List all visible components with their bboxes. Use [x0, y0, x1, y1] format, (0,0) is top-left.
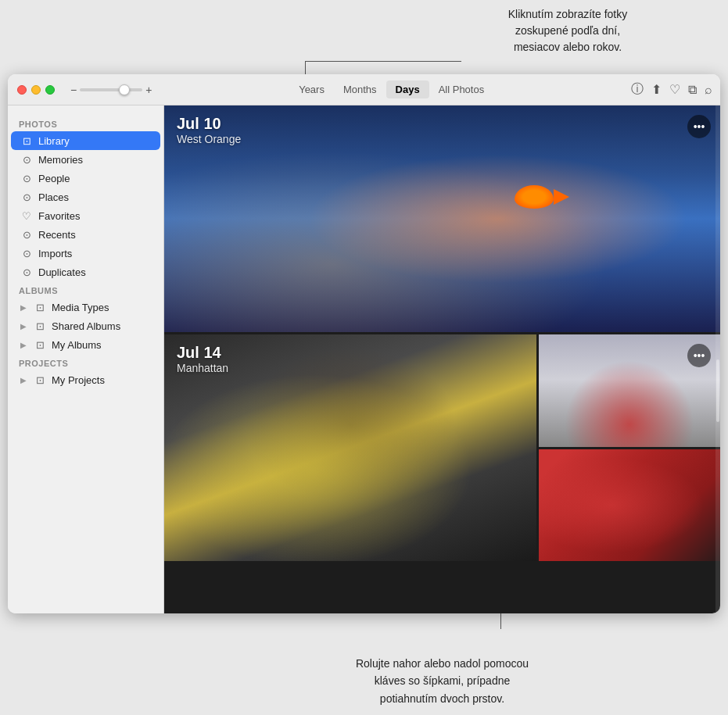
photo-group-2: Jul 14 Manhattan •••: [164, 334, 720, 561]
sidebar-item-my-projects-label: My Projects: [52, 374, 105, 386]
chevron-icon: ▶: [20, 303, 27, 312]
callout-top-annotation: Kliknutím zobrazíte fotky zoskupené podľ…: [454, 0, 681, 55]
sidebar-item-shared-albums-label: Shared Albums: [52, 320, 120, 332]
fullscreen-button[interactable]: [45, 85, 55, 95]
callout-bottom-text: Rolujte nahor alebo nadol pomocou kláves…: [356, 657, 529, 705]
sidebar: Photos ⊡ Library ⊙ Memories ⊙ People ⊙ P…: [8, 105, 164, 613]
tab-months[interactable]: Months: [334, 80, 386, 98]
imports-icon: ⊙: [20, 247, 33, 259]
chevron-icon: ▶: [20, 322, 27, 331]
toolbar-icons: ⓘ ⬆ ♡ ⧉ ⌕: [631, 81, 712, 98]
scrollbar-thumb[interactable]: [716, 359, 719, 422]
sidebar-item-people[interactable]: ⊙ People: [11, 169, 160, 188]
traffic-lights: [17, 85, 55, 95]
recents-icon: ⊙: [20, 228, 33, 241]
info-icon[interactable]: ⓘ: [631, 81, 644, 98]
sidebar-item-people-label: People: [38, 173, 70, 184]
goldfish-decoration: [515, 185, 554, 209]
sidebar-item-favorites-label: Favorites: [38, 210, 80, 222]
photos-content[interactable]: Jul 10 West Orange ••• Jul 14 Manhattan …: [164, 105, 720, 613]
sidebar-item-favorites[interactable]: ♡ Favorites: [11, 206, 160, 225]
my-albums-icon: ⊡: [34, 338, 46, 351]
sidebar-section-projects: Projects: [8, 354, 163, 370]
sidebar-item-library[interactable]: ⊡ Library: [11, 131, 160, 150]
heart-icon[interactable]: ♡: [669, 82, 680, 97]
slider-track[interactable]: [80, 88, 142, 91]
minimize-button[interactable]: [31, 85, 41, 95]
sidebar-item-library-label: Library: [38, 135, 70, 147]
callout-top-text: Kliknutím zobrazíte fotky zoskupené podľ…: [508, 8, 628, 53]
places-icon: ⊙: [20, 191, 33, 203]
callout-line-horizontal: [305, 61, 461, 62]
photo-background-1: [164, 105, 720, 332]
photo-group-2-location: Manhattan: [177, 362, 228, 374]
chevron-icon: ▶: [20, 376, 27, 384]
photo-group-1-header: Jul 10 West Orange: [177, 115, 241, 145]
content-area: Photos ⊡ Library ⊙ Memories ⊙ People ⊙ P…: [8, 105, 720, 613]
sidebar-item-recents-label: Recents: [38, 229, 76, 241]
sidebar-item-my-albums-label: My Albums: [52, 339, 102, 351]
sidebar-item-places-label: Places: [38, 191, 69, 203]
my-projects-icon: ⊡: [34, 374, 46, 386]
photo-group-1-more-button[interactable]: •••: [687, 115, 711, 138]
zoom-slider[interactable]: − +: [70, 84, 152, 96]
sidebar-item-media-types-label: Media Types: [52, 302, 109, 313]
slider-minus-icon[interactable]: −: [70, 84, 77, 96]
photo-group-1-date: Jul 10: [177, 115, 241, 133]
close-button[interactable]: [17, 85, 27, 95]
shared-albums-icon: ⊡: [34, 320, 46, 332]
share-icon[interactable]: ⬆: [651, 82, 662, 97]
callout-bottom-annotation: Rolujte nahor alebo nadol pomocou kláves…: [172, 655, 712, 707]
slider-plus-icon[interactable]: +: [145, 84, 152, 96]
sidebar-item-shared-albums[interactable]: ▶ ⊡ Shared Albums: [11, 316, 160, 335]
sidebar-item-duplicates[interactable]: ⊙ Duplicates: [11, 263, 160, 281]
sidebar-item-memories-label: Memories: [38, 154, 83, 166]
library-icon: ⊡: [20, 134, 33, 147]
photo-group-1: Jul 10 West Orange •••: [164, 105, 720, 332]
sidebar-item-memories[interactable]: ⊙ Memories: [11, 150, 160, 169]
sidebar-item-duplicates-label: Duplicates: [38, 266, 86, 278]
memories-icon: ⊙: [20, 153, 33, 166]
photo-group-2-date: Jul 14: [177, 344, 228, 362]
main-window: − + Years Months Days All Photos ⓘ ⬆ ♡ ⧉…: [8, 74, 720, 613]
tab-all-photos[interactable]: All Photos: [429, 80, 494, 98]
titlebar: − + Years Months Days All Photos ⓘ ⬆ ♡ ⧉…: [8, 74, 720, 105]
sidebar-item-imports[interactable]: ⊙ Imports: [11, 244, 160, 263]
photo-group-2-more-button[interactable]: •••: [687, 344, 711, 367]
photo-group-1-location: West Orange: [177, 133, 241, 145]
sidebar-item-places[interactable]: ⊙ Places: [11, 188, 160, 206]
photo-2-right: [539, 334, 720, 561]
view-tabs: Years Months Days All Photos: [158, 80, 625, 98]
sidebar-item-media-types[interactable]: ▶ ⊡ Media Types: [11, 298, 160, 316]
tab-days[interactable]: Days: [386, 80, 429, 98]
duplicate-icon[interactable]: ⧉: [688, 83, 697, 97]
people-icon: ⊙: [20, 172, 33, 184]
tab-years[interactable]: Years: [289, 80, 334, 98]
sidebar-item-my-albums[interactable]: ▶ ⊡ My Albums: [11, 335, 160, 354]
sidebar-section-albums: Albums: [8, 281, 163, 298]
favorites-icon: ♡: [20, 209, 33, 222]
photo-group-2-header: Jul 14 Manhattan: [177, 344, 228, 374]
sidebar-section-photos: Photos: [8, 115, 163, 131]
slider-thumb[interactable]: [119, 84, 130, 95]
duplicates-icon: ⊙: [20, 266, 33, 278]
sidebar-item-my-projects[interactable]: ▶ ⊡ My Projects: [11, 370, 160, 389]
sidebar-item-imports-label: Imports: [38, 248, 72, 259]
toolbar: − + Years Months Days All Photos ⓘ ⬆ ♡ ⧉…: [55, 80, 720, 98]
chevron-icon: ▶: [20, 341, 27, 349]
photo-2-right-bottom: [539, 449, 720, 562]
media-types-icon: ⊡: [34, 301, 46, 313]
scrollbar[interactable]: [715, 105, 720, 613]
sidebar-item-recents[interactable]: ⊙ Recents: [11, 225, 160, 244]
search-icon[interactable]: ⌕: [705, 83, 712, 97]
